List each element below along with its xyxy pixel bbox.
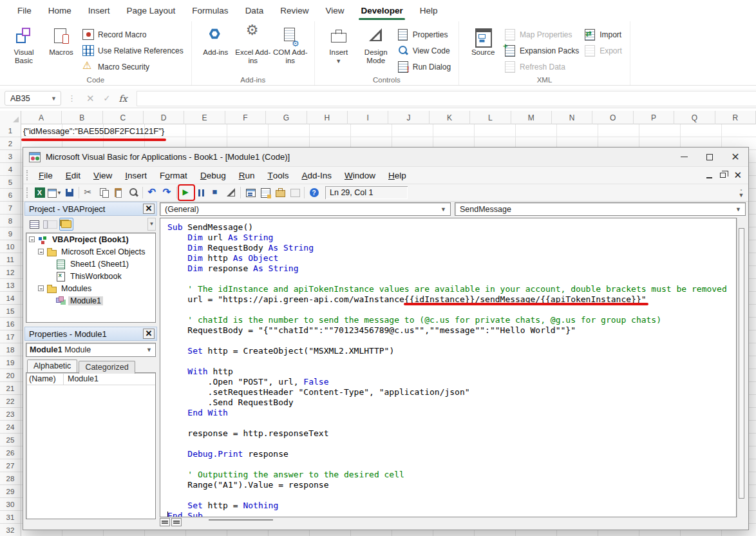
- row-header-19[interactable]: 19: [0, 356, 21, 369]
- help-button[interactable]: [307, 186, 321, 200]
- menu-file[interactable]: File: [32, 167, 59, 184]
- column-header-M[interactable]: M: [511, 111, 552, 124]
- minimize-button[interactable]: [671, 148, 697, 166]
- row-header-11[interactable]: 11: [0, 253, 21, 266]
- row-header-1[interactable]: 1: [0, 124, 21, 137]
- column-header-Q[interactable]: Q: [674, 111, 715, 124]
- mdi-close-button[interactable]: ✕: [733, 172, 742, 178]
- column-header-E[interactable]: E: [184, 111, 225, 124]
- row-header-8[interactable]: 8: [0, 215, 21, 227]
- tab-alphabetic[interactable]: Alphabetic: [27, 359, 77, 372]
- button-record-macro[interactable]: Record Macro: [80, 26, 186, 43]
- project-panel-close-icon[interactable]: ✕: [143, 204, 155, 214]
- column-header-P[interactable]: P: [634, 111, 674, 124]
- select-all-corner[interactable]: [0, 111, 21, 124]
- row-header-30[interactable]: 30: [0, 498, 21, 511]
- collapse-icon[interactable]: [38, 249, 44, 254]
- procedure-view-button[interactable]: [160, 518, 170, 526]
- tree-item-microsoft-excel-objects[interactable]: Microsoft Excel Objects: [26, 245, 155, 258]
- ribbon-tab-data[interactable]: Data: [237, 0, 272, 21]
- column-header-A[interactable]: A: [21, 111, 62, 124]
- name-box[interactable]: AB35 ▼: [5, 91, 61, 106]
- row-header-7[interactable]: 7: [0, 202, 21, 215]
- ribbon-tab-help[interactable]: Help: [411, 0, 446, 21]
- row-header-15[interactable]: 15: [0, 305, 21, 318]
- button-macro-security[interactable]: Macro Security: [80, 59, 186, 75]
- menu-edit[interactable]: Edit: [59, 167, 87, 184]
- save-button[interactable]: [62, 186, 77, 200]
- view-excel-button[interactable]: [32, 186, 47, 200]
- row-header-9[interactable]: 9: [0, 227, 21, 240]
- copy-button[interactable]: [96, 186, 111, 200]
- scrollbar-thumb[interactable]: [739, 228, 744, 499]
- button-import[interactable]: Import: [581, 26, 625, 43]
- column-header-R[interactable]: R: [715, 111, 756, 124]
- button-add-ins[interactable]: Add-ins: [197, 24, 234, 57]
- ribbon-tab-home[interactable]: Home: [40, 0, 80, 21]
- menu-run[interactable]: Run: [232, 167, 261, 184]
- button-visual-basic[interactable]: Visual Basic: [5, 24, 43, 65]
- row-header-13[interactable]: 13: [0, 279, 21, 292]
- code-vertical-scrollbar[interactable]: [737, 218, 746, 517]
- ribbon-tab-review[interactable]: Review: [272, 0, 317, 21]
- toggle-folders-button[interactable]: [59, 218, 73, 231]
- button-view-code[interactable]: View Code: [395, 43, 453, 59]
- button-expansion-packs[interactable]: Expansion Packs: [502, 43, 581, 59]
- row-header-16[interactable]: 16: [0, 318, 21, 330]
- ribbon-tab-formulas[interactable]: Formulas: [184, 0, 236, 21]
- full-module-view-button[interactable]: [171, 518, 182, 526]
- menu-tools[interactable]: Tools: [261, 167, 295, 184]
- row-header-17[interactable]: 17: [0, 330, 21, 343]
- row-header-22[interactable]: 22: [0, 395, 21, 408]
- button-run-dialog[interactable]: Run Dialog: [395, 59, 453, 75]
- row-header-10[interactable]: 10: [0, 240, 21, 253]
- row-header-24[interactable]: 24: [0, 421, 21, 434]
- button-macros[interactable]: Macros: [43, 24, 80, 57]
- properties-window-button[interactable]: [258, 186, 272, 200]
- menu-view[interactable]: View: [87, 167, 118, 184]
- view-object-button[interactable]: [43, 218, 57, 231]
- row-header-4[interactable]: 4: [0, 163, 21, 176]
- row-header-18[interactable]: 18: [0, 343, 21, 356]
- collapse-icon[interactable]: [38, 285, 44, 291]
- row-header-31[interactable]: 31: [0, 511, 21, 524]
- project-tree[interactable]: VBAProject (Book1)Microsoft Excel Object…: [26, 233, 156, 323]
- object-browser-button[interactable]: [287, 186, 302, 200]
- maximize-button[interactable]: [697, 148, 723, 166]
- formula-input[interactable]: [137, 91, 756, 106]
- row-header-28[interactable]: 28: [0, 472, 21, 485]
- cell-a1[interactable]: {"idMessage":"BAE55D8F2FC1121F"}: [23, 124, 164, 137]
- column-header-G[interactable]: G: [266, 111, 307, 124]
- project-panel-header[interactable]: Project - VBAProject ✕: [24, 202, 157, 216]
- row-header-26[interactable]: 26: [0, 446, 21, 459]
- tree-item-vbaproject-book1-[interactable]: VBAProject (Book1): [26, 233, 155, 245]
- ribbon-tab-page-layout[interactable]: Page Layout: [118, 0, 184, 21]
- properties-grid[interactable]: (Name)Module1: [26, 372, 156, 519]
- run-sub-button[interactable]: [179, 186, 194, 200]
- column-header-J[interactable]: J: [388, 111, 429, 124]
- project-scroll-button[interactable]: ▼: [147, 218, 156, 231]
- ribbon-tab-insert[interactable]: Insert: [80, 0, 118, 21]
- properties-object-dropdown[interactable]: Module1 Module ▼: [26, 343, 156, 357]
- column-header-C[interactable]: C: [103, 111, 144, 124]
- enter-icon[interactable]: ✓: [104, 93, 111, 103]
- button-properties[interactable]: Properties: [395, 26, 453, 43]
- row-headers[interactable]: 1234567891011121314151617181920212223242…: [0, 124, 21, 536]
- redo-button[interactable]: [160, 186, 175, 200]
- button-com-add-ins[interactable]: COM Add-ins: [272, 24, 309, 65]
- insert-userform-button[interactable]: ▼: [47, 186, 62, 200]
- ribbon-tab-developer[interactable]: Developer: [352, 0, 411, 21]
- cancel-icon[interactable]: ✕: [86, 93, 95, 104]
- column-headers[interactable]: ABCDEFGHIJKLMNOPQR: [0, 111, 756, 124]
- object-dropdown[interactable]: (General) ▼: [160, 202, 451, 216]
- toolbox-button[interactable]: [272, 186, 287, 200]
- tree-item-module1[interactable]: Module1: [26, 294, 155, 307]
- button-source[interactable]: Source: [464, 24, 502, 57]
- insert-function-icon[interactable]: fx: [118, 93, 127, 104]
- row-header-12[interactable]: 12: [0, 266, 21, 279]
- paste-button[interactable]: [111, 186, 126, 200]
- row-header-25[interactable]: 25: [0, 434, 21, 446]
- button-use-relative-references[interactable]: Use Relative References: [80, 43, 186, 59]
- column-header-O[interactable]: O: [592, 111, 633, 124]
- button-excel-add-ins[interactable]: Excel Add-ins: [234, 24, 272, 65]
